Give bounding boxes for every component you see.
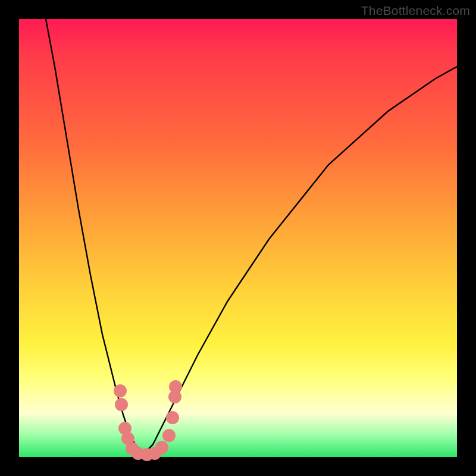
dip-dots-group [114, 380, 182, 461]
watermark-text: TheBottleneck.com [361, 4, 470, 18]
dip-dot [155, 441, 168, 454]
dip-dot [115, 398, 128, 411]
dip-dot [114, 384, 127, 397]
dip-dot [162, 429, 176, 442]
chart-svg [19, 19, 457, 457]
dip-dot [169, 380, 182, 393]
plot-area [19, 19, 457, 457]
bottleneck-curve-path [46, 19, 457, 450]
chart-frame: TheBottleneck.com [0, 0, 476, 476]
dip-dot [166, 411, 179, 424]
